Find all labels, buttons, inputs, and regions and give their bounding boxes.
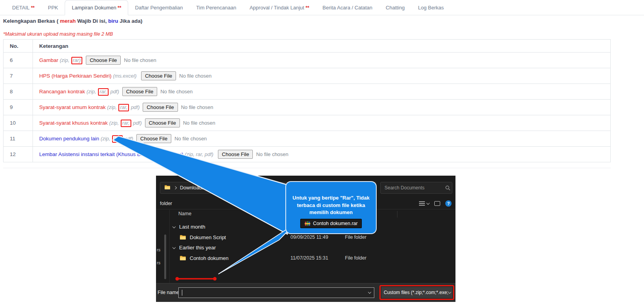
row-number: 12 — [4, 147, 33, 162]
no-file-text: No file chosen — [160, 89, 192, 94]
table-row: 12Lembar Asistensi instansi terkait (Khu… — [4, 147, 611, 162]
tab-lampiran-dokumen[interactable]: Lampiran Dokumen ** — [65, 0, 128, 15]
rar-annotation-box: rar) — [71, 57, 82, 64]
annotation-callout: Untuk yang bertipe "Rar", Tidak terbaca … — [285, 181, 377, 234]
column-divider — [259, 211, 259, 218]
table-row: 6Gambar (zip, rar)Choose FileNo file cho… — [4, 53, 611, 68]
file-name-input[interactable] — [178, 287, 374, 298]
document-label: Lembar Asistensi instansi terkait (Khusu… — [39, 151, 185, 157]
rar-file-chip: Contoh dokumen.rar — [300, 219, 362, 228]
file-type-hint: (ms.excel) — [113, 73, 138, 79]
document-label: Syarat-syarat khusus kontrak — [39, 120, 109, 126]
nav-fragment: rs — [157, 247, 160, 252]
nav-pane-divider — [169, 210, 170, 283]
file-type-hint: (zip, rar, pdf) — [101, 136, 133, 142]
chevron-down-icon — [172, 225, 176, 228]
row-number: 8 — [4, 84, 33, 100]
row-number: 6 — [4, 53, 33, 68]
rar-annotation-box: rar, — [112, 135, 123, 143]
chevron-right-icon — [174, 186, 177, 189]
file-type-hint: (zip, rar, pdf) — [109, 120, 142, 126]
document-label: Rancangan kontrak — [39, 89, 87, 94]
tab-chatting[interactable]: Chatting — [379, 0, 411, 15]
heading-blue-word: biru — [108, 18, 118, 24]
no-file-text: No file chosen — [174, 136, 207, 142]
rar-file-name: Contoh dokumen.rar — [313, 221, 358, 226]
document-label: Gambar — [39, 57, 60, 63]
choose-file-button[interactable]: Choose File — [145, 118, 180, 127]
search-box[interactable] — [380, 182, 452, 194]
dialog-bottom-bar: File name: Custom files (*.zip;*.com;*.e… — [156, 283, 455, 302]
file-type-hint: (zip, rar, pdf) — [185, 151, 215, 157]
file-type: File folder — [345, 234, 366, 240]
no-file-text: No file chosen — [183, 120, 215, 126]
nav-fragment: rs — [157, 260, 160, 265]
tab-daftar-pengembalian[interactable]: Daftar Pengembalian — [128, 0, 189, 15]
folder-icon — [180, 255, 186, 261]
column-header-keterangan: Keterangan — [33, 40, 611, 53]
tab-berita-acara-catatan[interactable]: Berita Acara / Catatan — [316, 0, 379, 15]
column-divider — [397, 211, 397, 218]
file-type-hint: (zip, rar, pdf) — [87, 89, 119, 94]
file-type-value: Custom files (*.zip;*.com;*.exe; — [384, 290, 448, 295]
upload-size-note: *Maksimal ukuran upload masing masing fi… — [3, 31, 113, 37]
rar-annotation-box: rar, — [121, 120, 131, 127]
file-type-select[interactable]: Custom files (*.zip;*.com;*.exe; — [381, 287, 452, 298]
winrar-icon — [305, 221, 310, 226]
row-number: 10 — [4, 115, 33, 131]
choose-file-button[interactable]: Choose File — [218, 150, 253, 159]
column-name[interactable]: Name — [178, 211, 191, 216]
help-icon[interactable]: ? — [445, 200, 452, 207]
chevron-right-icon — [207, 186, 210, 189]
heading-red-word: merah — [60, 18, 76, 24]
text-caret — [182, 290, 182, 296]
table-row: 10Syarat-syarat khusus kontrak (zip, rar… — [4, 115, 611, 131]
file-row[interactable]: Contoh dokumen11/07/2025 15:31File folde… — [170, 253, 455, 263]
row-number: 11 — [4, 131, 33, 147]
choose-file-button[interactable]: Choose File — [86, 56, 121, 65]
no-file-text: No file chosen — [179, 73, 211, 79]
heading-mid: Wajib Di isi, — [76, 18, 108, 24]
table-row: 8Rancangan kontrak (zip, rar, pdf)Choose… — [4, 84, 611, 100]
choose-file-button[interactable]: Choose File — [143, 103, 178, 112]
search-input[interactable] — [381, 185, 445, 191]
preview-pane-icon[interactable] — [434, 201, 440, 206]
callout-line: Untuk yang bertipe "Rar", Tidak — [292, 194, 369, 202]
table-row: 9Syarat-syarat umum kontrak (zip, rar, p… — [4, 100, 611, 115]
row-number: 7 — [4, 68, 33, 84]
callout-line: memilih dokumen — [292, 209, 369, 216]
heading-suffix: Jika ada) — [118, 18, 143, 24]
tab-ppk[interactable]: PPK — [41, 0, 65, 15]
choose-file-button[interactable]: Choose File — [122, 87, 157, 96]
file-type-hint: (zip, rar) — [60, 57, 83, 63]
table-row: 7HPS (Harga Perkiraan Sendiri) (ms.excel… — [4, 68, 611, 84]
heading-prefix: Kelengkapan Berkas ( — [3, 18, 60, 24]
callout-line: terbaca di custom file ketika — [292, 202, 369, 209]
file-name: Contoh dokumen — [190, 255, 229, 261]
no-file-text: No file chosen — [124, 57, 156, 63]
choose-file-button[interactable]: Choose File — [136, 134, 171, 143]
folder-icon — [180, 234, 186, 240]
scrollbar-thumb[interactable] — [164, 234, 166, 279]
column-header-no: No. — [4, 40, 33, 53]
tab-tim-perencanaan[interactable]: Tim Perencanaan — [190, 0, 243, 15]
tab-approval-tindak-lanjut[interactable]: Approval / Tindak Lanjut ** — [243, 0, 316, 15]
file-type: File folder — [345, 255, 366, 261]
tab-detail[interactable]: DETAIL ** — [5, 0, 41, 15]
new-folder-label[interactable]: folder — [160, 201, 172, 206]
tab-log-berkas[interactable]: Log Berkas — [411, 0, 450, 15]
table-row: 11Dokumen pendukung lain (zip, rar, pdf)… — [4, 131, 611, 147]
chevron-down-icon — [448, 290, 451, 293]
chevron-down-icon — [172, 246, 176, 249]
date-modified: 09/09/2025 11:49 — [290, 234, 328, 240]
tab-bar: DETAIL **PPKLampiran Dokumen **Daftar Pe… — [0, 0, 644, 15]
breadcrumb-item-downloads[interactable]: Downloads — [180, 185, 204, 191]
view-details-icon[interactable] — [419, 201, 429, 206]
document-label: Syarat-syarat umum kontrak — [39, 104, 107, 110]
breadcrumb-item-documents[interactable]: Documents — [214, 185, 238, 191]
page-title: Kelengkapan Berkas ( merah Wajib Di isi,… — [3, 18, 142, 24]
folder-icon — [164, 185, 171, 191]
choose-file-button[interactable]: Choose File — [141, 71, 176, 80]
group-header[interactable]: Earlier this year — [170, 242, 455, 253]
file-name: Dokumen Script — [190, 234, 226, 240]
